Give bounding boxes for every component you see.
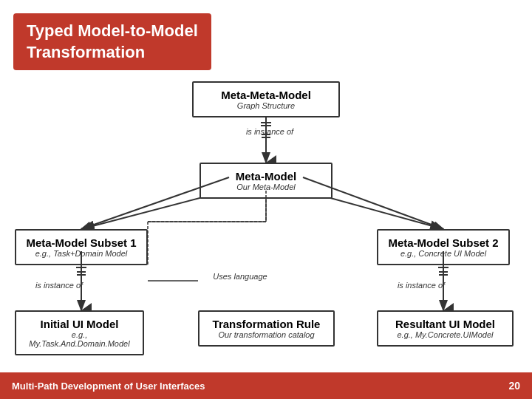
subset2-subtitle: e.g., Concrete UI Model xyxy=(386,249,501,258)
resultant-ui-model-box: Resultant UI Model e.g., My.Concrete.UIM… xyxy=(377,310,514,347)
title-line1: Typed Model-to-Model xyxy=(27,21,198,40)
meta-meta-subtitle: Graph Structure xyxy=(201,101,331,110)
subset1-title: Meta-Model Subset 1 xyxy=(24,236,139,249)
meta-meta-model-box: Meta-Meta-Model Graph Structure xyxy=(192,81,340,117)
diagram-area: Meta-Meta-Model Graph Structure is insta… xyxy=(0,74,532,384)
is-instance-label-2: is instance of xyxy=(15,281,103,290)
subset2-box: Meta-Model Subset 2 e.g., Concrete UI Mo… xyxy=(377,229,510,265)
subset1-box: Meta-Model Subset 1 e.g., Task+Domain Mo… xyxy=(15,229,148,265)
resultant-title: Resultant UI Model xyxy=(386,318,505,330)
meta-model-subtitle: Our Meta-Model xyxy=(208,183,324,191)
transform-title: Transformation Rule xyxy=(207,318,326,330)
subset1-subtitle: e.g., Task+Domain Model xyxy=(24,249,139,258)
uses-language-label: Uses language xyxy=(192,272,288,281)
transformation-rule-box: Transformation Rule Our transformation c… xyxy=(198,310,335,347)
initial-subtitle: e.g., My.Task.And.Domain.Model xyxy=(24,330,135,348)
meta-model-title: Meta-Model xyxy=(208,170,324,183)
is-instance-label-1: is instance of xyxy=(229,127,310,136)
transform-subtitle: Our transformation catalog xyxy=(207,330,326,339)
initial-title: Initial UI Model xyxy=(24,318,135,330)
footer: Multi-Path Development of User Interface… xyxy=(0,372,532,399)
title-line2: Transformation xyxy=(27,43,145,61)
subset2-title: Meta-Model Subset 2 xyxy=(386,236,501,249)
resultant-subtitle: e.g., My.Concrete.UIModel xyxy=(386,330,505,339)
footer-page: 20 xyxy=(508,380,520,392)
meta-model-box: Meta-Model Our Meta-Model xyxy=(200,163,332,199)
slide-title: Typed Model-to-Model Transformation xyxy=(13,13,211,70)
is-instance-label-3: is instance of xyxy=(377,281,466,290)
meta-meta-title: Meta-Meta-Model xyxy=(201,89,331,101)
initial-ui-model-box: Initial UI Model e.g., My.Task.And.Domai… xyxy=(15,310,144,355)
footer-title: Multi-Path Development of User Interface… xyxy=(12,381,205,392)
